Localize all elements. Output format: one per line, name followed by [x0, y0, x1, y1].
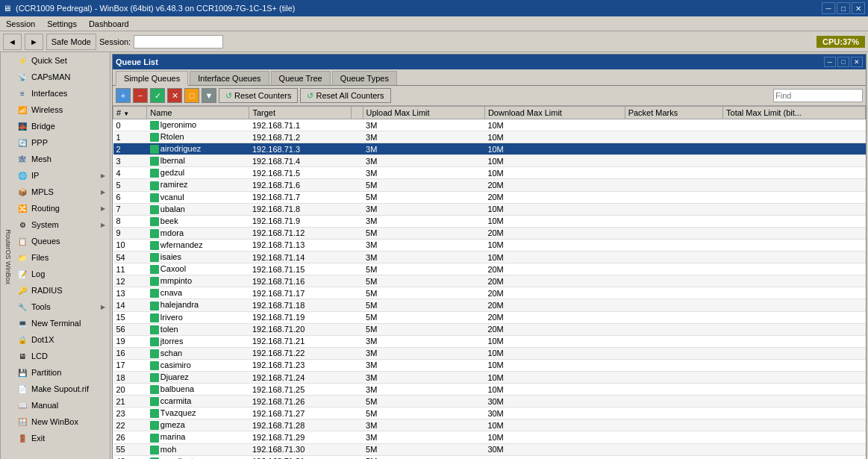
- col-header-total[interactable]: Total Max Limit (bit...: [723, 107, 866, 119]
- table-row[interactable]: 4gedzul192.168.71.53M10M: [113, 167, 866, 179]
- new-winbox-icon: 🪟: [16, 416, 28, 428]
- sidebar-item-new-winbox[interactable]: 🪟 New WinBox: [12, 413, 110, 430]
- table-row[interactable]: 10wfernandez192.168.71.133M10M: [113, 239, 866, 251]
- table-row[interactable]: 26marina192.168.71.293M10M: [113, 431, 866, 443]
- table-row[interactable]: 11Caxool192.168.71.155M20M: [113, 263, 866, 275]
- close-button[interactable]: ✕: [852, 2, 865, 14]
- table-row[interactable]: 7ubalan192.168.71.83M10M: [113, 203, 866, 215]
- sidebar-item-partition[interactable]: 💾 Partition: [12, 364, 110, 381]
- queue-maximize-button[interactable]: □: [837, 57, 849, 67]
- menu-dashboard[interactable]: Dashboard: [83, 18, 135, 30]
- queue-minimize-button[interactable]: ─: [824, 57, 836, 67]
- sidebar-item-ip[interactable]: 🌐 IP: [12, 167, 110, 184]
- table-row[interactable]: 22gmeza192.168.71.283M10M: [113, 419, 866, 431]
- copy-button[interactable]: □: [184, 88, 199, 103]
- table-row[interactable]: 23Tvazquez192.168.71.275M30M: [113, 408, 866, 419]
- queue-table-container[interactable]: # ▼ Name Target Upload Max Limit Downloa…: [113, 106, 866, 459]
- queue-table: # ▼ Name Target Upload Max Limit Downloa…: [113, 106, 866, 459]
- sidebar-item-mpls[interactable]: 📦 MPLS: [12, 184, 110, 200]
- tab-simple-queues[interactable]: Simple Queues: [116, 71, 188, 86]
- table-row[interactable]: 14halejandra192.168.71.185M20M: [113, 299, 866, 311]
- table-row[interactable]: 17casimiro192.168.71.233M10M: [113, 359, 866, 371]
- sidebar-item-radius[interactable]: 🔑 RADIUS: [12, 282, 110, 299]
- table-row[interactable]: 56tolen192.168.71.205M20M: [113, 323, 866, 335]
- partition-icon: 💾: [16, 366, 28, 378]
- col-header-upload[interactable]: Upload Max Limit: [363, 107, 484, 119]
- queue-status-icon: [150, 434, 159, 443]
- queue-close-button[interactable]: ✕: [851, 57, 863, 67]
- table-row[interactable]: 21ccarmita192.168.71.265M30M: [113, 396, 866, 408]
- sidebar-item-manual[interactable]: 📖 Manual: [12, 397, 110, 413]
- queue-status-icon: [150, 446, 159, 455]
- content-area: Queue List ─ □ ✕ Simple Queues Interface…: [110, 52, 868, 459]
- table-row[interactable]: 55moh192.168.71.305M30M: [113, 443, 866, 455]
- table-row[interactable]: 9mdora192.168.71.125M20M: [113, 227, 866, 239]
- minimize-button[interactable]: ─: [822, 2, 835, 14]
- sidebar-item-log[interactable]: 📝 Log: [12, 266, 110, 282]
- col-header-marks[interactable]: Packet Marks: [625, 107, 722, 119]
- sidebar-item-queues[interactable]: 📋 Queues: [12, 233, 110, 249]
- back-button[interactable]: ◄: [3, 34, 22, 50]
- col-header-num[interactable]: # ▼: [113, 107, 147, 119]
- session-input[interactable]: [134, 35, 223, 49]
- sidebar-item-tools[interactable]: 🔧 Tools: [12, 299, 110, 315]
- sidebar: ⚡ Quick Set 📡 CAPsMAN ≡ Interfaces 📶 Wir…: [12, 52, 110, 459]
- sidebar-item-system[interactable]: ⚙ System: [12, 216, 110, 233]
- col-header-name[interactable]: Name: [147, 107, 249, 119]
- table-row[interactable]: 13cnava192.168.71.175M20M: [113, 287, 866, 299]
- table-row[interactable]: 20balbuena192.168.71.253M10M: [113, 384, 866, 396]
- sidebar-item-mesh[interactable]: 🕸 Mesh: [12, 151, 110, 167]
- sidebar-item-files[interactable]: 📁 Files: [12, 249, 110, 266]
- sidebar-item-capsman[interactable]: 📡 CAPsMAN: [12, 69, 110, 85]
- table-row[interactable]: 5ramirez192.168.71.65M20M: [113, 179, 866, 191]
- table-row[interactable]: 1Rtolen192.168.71.23M10M: [113, 131, 866, 143]
- sidebar-item-lcd[interactable]: 🖥 LCD: [12, 348, 110, 364]
- table-row[interactable]: 2airodriguez192.168.71.33M10M: [113, 143, 866, 155]
- table-row[interactable]: 8beek192.168.71.93M10M: [113, 215, 866, 227]
- sidebar-item-exit[interactable]: 🚪 Exit: [12, 430, 110, 446]
- remove-button[interactable]: −: [133, 88, 148, 103]
- table-row[interactable]: 18Djuarez192.168.71.243M10M: [113, 371, 866, 383]
- sidebar-item-routing[interactable]: 🔀 Routing: [12, 200, 110, 216]
- forward-button[interactable]: ►: [25, 34, 43, 50]
- safe-mode-button[interactable]: Safe Mode: [46, 34, 96, 50]
- tab-interface-queues[interactable]: Interface Queues: [190, 71, 269, 85]
- col-header-download[interactable]: Download Max Limit: [484, 107, 625, 119]
- queue-window-title: Queue List: [116, 57, 158, 66]
- table-row[interactable]: 12mmpinto192.168.71.165M20M: [113, 275, 866, 287]
- col-header-target[interactable]: Target: [249, 107, 351, 119]
- find-input[interactable]: [773, 89, 863, 102]
- table-row[interactable]: 0lgeronimo192.168.71.13M10M: [113, 119, 866, 131]
- sidebar-item-ppp[interactable]: 🔄 PPP: [12, 134, 110, 151]
- table-row[interactable]: 3lbernal192.168.71.43M10M: [113, 155, 866, 167]
- table-row[interactable]: 19jtorres192.168.71.213M10M: [113, 335, 866, 347]
- queue-status-icon: [150, 325, 159, 334]
- sidebar-item-bridge[interactable]: 🌉 Bridge: [12, 118, 110, 134]
- sidebar-label-exit: Exit: [31, 434, 45, 443]
- reset-all-counters-button[interactable]: ↺ Reset All Counters: [300, 88, 390, 103]
- sidebar-item-interfaces[interactable]: ≡ Interfaces: [12, 85, 110, 102]
- sidebar-item-new-terminal[interactable]: 💻 New Terminal: [12, 315, 110, 331]
- col-header-arrow: [351, 107, 363, 119]
- os-winbox-label: RouterOS WinBox: [0, 52, 12, 459]
- maximize-button[interactable]: □: [837, 2, 850, 14]
- sidebar-item-quick-set[interactable]: ⚡ Quick Set: [12, 52, 110, 69]
- reset-counters-label: Reset Counters: [234, 91, 291, 100]
- table-row[interactable]: 54isaies192.168.71.143M10M: [113, 252, 866, 263]
- menu-session[interactable]: Session: [0, 18, 41, 30]
- sidebar-item-make-supout[interactable]: 📄 Make Supout.rif: [12, 381, 110, 397]
- reset-counters-button[interactable]: ↺ Reset Counters: [219, 88, 298, 103]
- enable-button[interactable]: ✓: [150, 88, 165, 103]
- disable-button[interactable]: ✕: [167, 88, 182, 103]
- table-row[interactable]: 15lrivero192.168.71.195M20M: [113, 311, 866, 323]
- table-row[interactable]: 6vcanul192.168.71.75M20M: [113, 191, 866, 203]
- table-row[interactable]: 48guvaliente192.168.71.315M: [113, 455, 866, 459]
- sidebar-item-wireless[interactable]: 📶 Wireless: [12, 102, 110, 118]
- add-button[interactable]: +: [116, 88, 131, 103]
- tab-queue-tree[interactable]: Queue Tree: [271, 71, 331, 85]
- tab-queue-types[interactable]: Queue Types: [332, 71, 397, 85]
- menu-settings[interactable]: Settings: [41, 18, 83, 30]
- filter-button[interactable]: ▼: [202, 88, 216, 103]
- table-row[interactable]: 16schan192.168.71.223M10M: [113, 347, 866, 359]
- sidebar-item-dot1x[interactable]: 🔒 Dot1X: [12, 331, 110, 348]
